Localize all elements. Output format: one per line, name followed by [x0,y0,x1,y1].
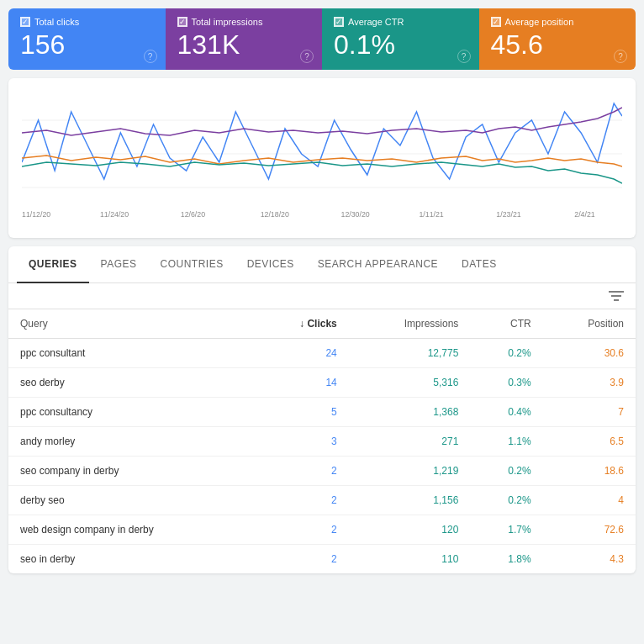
td-position-4: 18.6 [543,457,636,486]
td-ctr-6: 1.7% [470,515,542,545]
tab-devices[interactable]: DEVICES [235,246,306,283]
x-label-6: 1/11/21 [419,210,443,219]
th-position: Position [543,309,636,339]
td-position-7: 4.3 [543,545,636,574]
td-position-2: 7 [543,398,636,427]
table-row: seo derby 14 5,316 0.3% 3.9 [8,368,636,398]
td-clicks-1: 14 [253,368,348,398]
tab-countries[interactable]: COUNTRIES [148,246,235,283]
question-icon-impressions[interactable]: ? [300,50,314,63]
x-label-4: 12/18/20 [261,210,289,219]
tab-queries[interactable]: QUERIES [17,246,89,283]
stat-checkbox-position[interactable]: ✓ [491,17,501,27]
stats-bar: ✓ Total clicks 156 ? ✓ Total impressions… [8,8,636,70]
x-label-1: 11/12/20 [22,210,50,219]
td-clicks-6: 2 [253,515,348,545]
stat-value-impressions: 131K [177,30,311,60]
table-row: seo company in derby 2 1,219 0.2% 18.6 [8,457,636,486]
x-label-5: 12/30/20 [340,210,369,219]
td-ctr-4: 0.2% [470,457,542,486]
td-position-0: 30.6 [543,339,636,368]
th-query: Query [8,309,253,339]
stat-checkbox-clicks[interactable]: ✓ [20,17,30,27]
table-row: ppc consultant 24 12,775 0.2% 30.6 [8,339,636,368]
sort-arrow-down: ↓ [299,318,307,330]
x-label-2: 11/24/20 [100,210,129,219]
table-header-row: Query ↓ Clicks Impressions CTR Position [8,309,636,339]
td-query-4: seo company in derby [8,457,253,486]
td-clicks-5: 2 [253,486,348,515]
td-impressions-2: 1,368 [349,398,471,427]
data-table: Query ↓ Clicks Impressions CTR Position … [8,309,636,573]
question-icon-ctr[interactable]: ? [457,50,471,63]
td-impressions-4: 1,219 [349,457,471,486]
stat-average-ctr[interactable]: ✓ Average CTR 0.1% ? [322,8,479,70]
stat-label-ctr: ✓ Average CTR [334,17,467,27]
td-ctr-3: 1.1% [470,427,542,457]
td-impressions-5: 1,156 [349,486,471,515]
stat-total-clicks[interactable]: ✓ Total clicks 156 ? [8,8,166,70]
clicks-line [22,103,622,179]
td-query-6: web design company in derby [8,515,253,545]
tab-pages[interactable]: PAGES [89,246,149,283]
td-ctr-2: 0.4% [470,398,542,427]
td-impressions-1: 5,316 [349,368,471,398]
td-query-5: derby seo [8,486,253,515]
chart-container: 11/12/20 11/24/20 12/6/20 12/18/20 12/30… [8,78,636,238]
tab-search-appearance[interactable]: SEARCH APPEARANCE [306,246,450,283]
table-card: QUERIES PAGES COUNTRIES DEVICES SEARCH A… [8,246,636,573]
th-ctr: CTR [470,309,542,339]
table-row: seo in derby 2 110 1.8% 4.3 [8,545,636,574]
stat-value-clicks: 156 [20,30,154,60]
stat-checkbox-impressions[interactable]: ✓ [177,17,187,27]
chart-svg: 11/12/20 11/24/20 12/6/20 12/18/20 12/30… [22,87,622,221]
td-ctr-5: 0.2% [470,486,542,515]
stat-label-impressions: ✓ Total impressions [177,17,311,27]
td-impressions-7: 110 [349,545,471,574]
x-label-7: 1/23/21 [496,210,520,219]
position-line [22,162,622,183]
question-icon-position[interactable]: ? [614,50,627,63]
td-clicks-0: 24 [253,339,348,368]
td-impressions-0: 12,775 [349,339,471,368]
td-ctr-1: 0.3% [470,368,542,398]
table-row: ppc consultancy 5 1,368 0.4% 7 [8,398,636,427]
stat-checkbox-ctr[interactable]: ✓ [334,17,344,27]
x-label-3: 12/6/20 [181,210,205,219]
td-query-7: seo in derby [8,545,253,574]
stat-value-position: 45.6 [491,30,625,60]
td-position-5: 4 [543,486,636,515]
td-impressions-3: 271 [349,427,471,457]
td-query-0: ppc consultant [8,339,253,368]
td-clicks-4: 2 [253,457,348,486]
chart-area: 11/12/20 11/24/20 12/6/20 12/18/20 12/30… [22,87,622,221]
td-ctr-0: 0.2% [470,339,542,368]
table-row: derby seo 2 1,156 0.2% 4 [8,486,636,515]
tabs-bar: QUERIES PAGES COUNTRIES DEVICES SEARCH A… [8,246,636,283]
td-impressions-6: 120 [349,515,471,545]
th-clicks[interactable]: ↓ Clicks [253,309,348,339]
td-position-6: 72.6 [543,515,636,545]
x-label-8: 2/4/21 [574,210,594,219]
td-clicks-7: 2 [253,545,348,574]
question-icon-clicks[interactable]: ? [144,50,157,63]
stat-total-impressions[interactable]: ✓ Total impressions 131K ? [166,8,323,70]
table-row: web design company in derby 2 120 1.7% 7… [8,515,636,545]
stat-label-clicks: ✓ Total clicks [20,17,154,27]
td-clicks-2: 5 [253,398,348,427]
filter-row [8,283,636,309]
filter-button[interactable] [609,290,624,302]
td-position-1: 3.9 [543,368,636,398]
th-impressions: Impressions [349,309,471,339]
page-wrapper: ✓ Total clicks 156 ? ✓ Total impressions… [0,0,644,582]
table-row: andy morley 3 271 1.1% 6.5 [8,427,636,457]
stat-average-position[interactable]: ✓ Average position 45.6 ? [479,8,636,70]
td-query-3: andy morley [8,427,253,457]
td-ctr-7: 1.8% [470,545,542,574]
filter-icon [609,290,624,302]
td-position-3: 6.5 [543,427,636,457]
table-body: ppc consultant 24 12,775 0.2% 30.6 seo d… [8,339,636,574]
tab-dates[interactable]: DATES [450,246,509,283]
stat-value-ctr: 0.1% [334,30,467,60]
td-query-2: ppc consultancy [8,398,253,427]
